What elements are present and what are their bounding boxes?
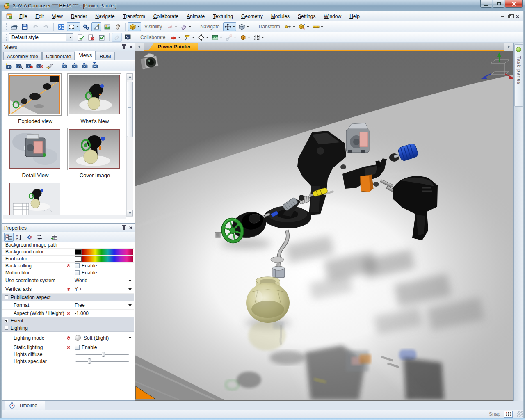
stop-views-button[interactable] [80,61,90,70]
property-row-vertical-axis[interactable]: Vertical axis Y + [2,285,134,294]
dropdown-arrow-icon[interactable] [128,280,132,282]
redo-button[interactable] [41,22,51,31]
mdi-minimize-button[interactable] [501,16,504,17]
toolbar-grip[interactable] [6,23,7,30]
property-row-aspect-ratio[interactable]: Aspect (Width / Height) -1.000 [2,310,134,317]
motion-blur-checkbox[interactable] [75,270,80,275]
collapse-groups-button[interactable]: E [25,233,34,242]
arrow-markup-button[interactable] [169,33,182,42]
style-combo[interactable]: Default style [9,33,73,41]
slider-thumb[interactable] [88,358,91,364]
menu-render[interactable]: Render [67,12,91,21]
image-note-button[interactable] [210,33,224,42]
expand-icon[interactable] [5,319,8,322]
property-row-background-image-path[interactable]: Background image path [2,242,134,249]
minimize-button[interactable] [480,0,492,8]
lights-specular-slider[interactable] [75,358,130,364]
pin-icon[interactable] [123,46,125,49]
model-washer[interactable] [340,164,346,169]
color-swatch[interactable] [75,249,82,255]
toolbar-grip[interactable] [6,34,7,41]
close-button[interactable] [505,0,523,8]
capture-button[interactable] [123,33,132,42]
render-mode-button[interactable] [128,22,141,31]
property-row-static-lighting[interactable]: Static lighting Enable [2,344,134,351]
edit-table-button[interactable] [50,233,59,242]
goto-first-view-button[interactable] [60,61,69,70]
color-gradient-strip[interactable] [82,256,133,262]
style-combo-button[interactable] [66,34,73,41]
model-washer[interactable] [373,182,379,187]
sound-3d-button[interactable] [238,33,251,42]
tab-scroll-right-button[interactable] [504,43,513,51]
fit-view-button[interactable] [56,22,66,31]
alphabetical-sort-button[interactable]: AZ [14,233,24,242]
translate-button[interactable] [283,22,297,31]
paint-view-button[interactable] [45,61,55,70]
categorized-view-button[interactable] [4,233,14,242]
thumbnail-cover-image[interactable] [67,128,121,170]
property-row-background-color[interactable]: Background color [2,249,134,256]
arrow-markup-dropdown[interactable] [178,37,180,38]
views-panel-close-icon[interactable] [129,45,132,49]
save-button[interactable] [20,22,30,31]
select-tool-dropdown[interactable] [76,26,79,27]
grid-markup-button[interactable] [252,33,265,42]
collapse-icon[interactable] [5,295,8,299]
menu-window[interactable]: Window [320,12,345,21]
play-views-button[interactable] [70,61,80,70]
model-motor[interactable] [346,123,369,153]
callout-dropdown[interactable] [192,37,194,38]
views-horizontal-scrollbar[interactable] [3,215,126,219]
pan-tool-button[interactable] [223,22,236,31]
thumbnail-exploded-view[interactable] [8,73,62,116]
document-tab-power-painter[interactable]: Power Painter [148,43,198,51]
menu-settings[interactable]: Settings [294,12,320,21]
image-note-dropdown[interactable] [220,37,222,38]
document-menu-icon[interactable] [6,13,13,20]
menu-texturing[interactable]: Texturing [209,12,237,21]
axes-button[interactable] [297,22,310,31]
view-cube-dropdown[interactable] [247,26,249,27]
style-checkbox-button[interactable] [97,33,107,42]
back-culling-checkbox[interactable] [75,263,80,268]
more-transform-dropdown[interactable] [321,26,323,27]
texture-button[interactable] [102,22,112,31]
collapse-icon[interactable] [5,326,8,330]
menu-navigate[interactable]: Navigate [91,12,119,21]
gears-button[interactable] [81,22,91,31]
delete-style-button[interactable] [86,33,96,42]
pan-tool-dropdown[interactable] [233,26,235,27]
scroll-down-button[interactable] [127,210,133,216]
property-row-lighting-mode[interactable]: Lighting mode Soft (1light) [2,332,134,344]
property-row-motion-blur[interactable]: Motion blur Enable [2,269,134,276]
tab-bom[interactable]: BOM [96,52,114,60]
open-button[interactable] [9,22,19,31]
sound-3d-dropdown[interactable] [248,37,250,38]
ear-button[interactable] [113,22,123,31]
translate-dropdown[interactable] [293,26,295,27]
group-row-event[interactable]: Event [2,317,134,324]
tab-views[interactable]: Views [75,51,96,60]
views-vertical-scrollbar[interactable] [126,73,133,217]
mdi-restore-button[interactable] [508,15,511,18]
thumbnail-bom-view[interactable] [8,181,62,219]
thumbnail-whats-new[interactable] [67,73,121,116]
thumbnail-detail-view[interactable] [8,128,62,170]
menu-modules[interactable]: Modules [267,12,294,21]
style-paint-button[interactable] [112,33,122,42]
scrollbar-thumb[interactable] [127,82,133,137]
goto-last-view-button[interactable] [91,61,100,70]
grid-markup-dropdown[interactable] [262,37,264,38]
menu-geometry[interactable]: Geometry [237,12,267,21]
resize-grip[interactable] [517,411,523,417]
properties-panel-close-icon[interactable] [129,226,132,230]
callout-button[interactable] [183,33,196,42]
mdi-close-button[interactable] [516,15,519,18]
path-button[interactable] [196,33,210,42]
select-tool-button[interactable] [67,22,80,31]
static-lighting-checkbox[interactable] [75,345,80,350]
property-row-lights-specular[interactable]: Lights specular [2,358,134,365]
visibility-arrow-dropdown[interactable] [175,26,177,27]
menu-edit[interactable]: Edit [31,12,48,21]
